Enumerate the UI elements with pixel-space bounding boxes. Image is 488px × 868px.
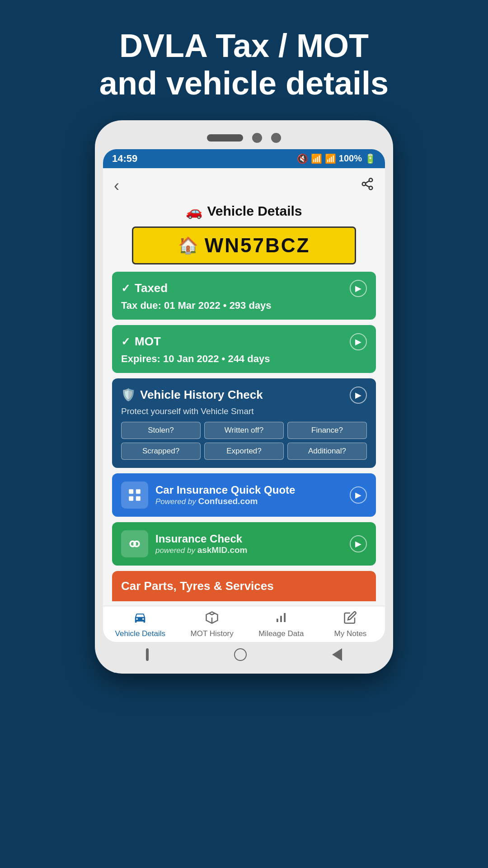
history-badge[interactable]: Scrapped?	[121, 443, 201, 460]
nav-icon-my-notes	[343, 611, 357, 627]
nav-label-my-notes: My Notes	[334, 629, 367, 638]
mot-subtitle: Expires: 10 Jan 2022 • 244 days	[121, 353, 367, 365]
history-subtitle: Protect yourself with Vehicle Smart	[121, 406, 367, 416]
gesture-back	[332, 648, 342, 661]
status-time: 14:59	[112, 153, 137, 165]
svg-rect-5	[129, 489, 133, 494]
insurance-quote-powered: Powered by Confused.com	[155, 496, 343, 506]
status-right: 🔇 📶 📶 100% 🔋	[297, 153, 376, 164]
battery-text: 100%	[339, 153, 362, 164]
insurance-check-card[interactable]: Insurance Check powered by askMID.com ▶	[112, 522, 376, 566]
svg-rect-13	[280, 616, 282, 622]
insurance-quote-card[interactable]: Car Insurance Quick Quote Powered by Con…	[112, 473, 376, 517]
nav-label-mileage-data: Mileage Data	[258, 629, 304, 638]
page-title: 🚗 Vehicle Details	[112, 203, 376, 219]
svg-line-3	[366, 185, 370, 187]
nav-label-mot-history: MOT History	[191, 629, 234, 638]
insurance-check-arrow: ▶	[350, 535, 367, 552]
phone-camera-2	[271, 133, 281, 143]
bottom-nav: Vehicle DetailsMOT HistoryMileage DataMy…	[103, 606, 385, 642]
insurance-quote-icon-box	[121, 481, 148, 509]
nav-item-mileage-data[interactable]: Mileage Data	[258, 611, 304, 638]
mot-check-icon: ✓	[121, 335, 130, 348]
nav-item-mot-history[interactable]: MOT History	[189, 611, 235, 638]
mute-icon: 🔇	[297, 153, 308, 164]
history-title: Vehicle History Check	[140, 388, 263, 402]
tax-arrow: ▶	[350, 280, 367, 297]
page-title-text: Vehicle Details	[207, 203, 302, 219]
garage-icon: 🏠	[178, 236, 198, 255]
nav-icon-vehicle-details	[133, 611, 147, 627]
tax-title: Taxed	[135, 281, 168, 295]
insurance-quote-title: Car Insurance Quick Quote	[155, 484, 343, 496]
insurance-check-title: Insurance Check	[155, 533, 343, 545]
insurance-check-text: Insurance Check powered by askMID.com	[155, 533, 343, 555]
history-badge[interactable]: Stolen?	[121, 422, 201, 439]
mot-title: MOT	[135, 335, 161, 349]
svg-rect-8	[136, 496, 141, 500]
phone-camera-1	[252, 133, 262, 143]
nav-label-vehicle-details: Vehicle Details	[115, 629, 166, 638]
tax-subtitle: Tax due: 01 Mar 2022 • 293 days	[121, 300, 367, 311]
signal-icon: 📶	[325, 153, 336, 164]
history-badge[interactable]: Written off?	[204, 422, 284, 439]
status-bar: 14:59 🔇 📶 📶 100% 🔋	[103, 149, 385, 168]
mot-card[interactable]: ✓ MOT ▶ Expires: 10 Jan 2022 • 244 days	[112, 325, 376, 373]
plate-text: WN57BCZ	[205, 234, 310, 257]
insurance-quote-arrow: ▶	[350, 486, 367, 504]
history-badge[interactable]: Finance?	[287, 422, 367, 439]
tax-check-icon: ✓	[121, 282, 130, 295]
svg-rect-12	[277, 618, 278, 622]
back-button[interactable]: ‹	[114, 176, 119, 195]
hero-title: DVLA Tax / MOTand vehicle details	[63, 0, 425, 120]
wifi-icon: 📶	[311, 153, 322, 164]
car-icon: 🚗	[186, 203, 202, 219]
phone-bottom-bar	[103, 642, 385, 665]
svg-rect-14	[284, 613, 286, 622]
svg-rect-6	[136, 489, 141, 494]
share-button[interactable]	[361, 177, 374, 194]
mot-arrow: ▶	[350, 333, 367, 350]
phone-top-bar	[103, 128, 385, 149]
phone-shell: 14:59 🔇 📶 📶 100% 🔋 ‹	[95, 120, 393, 674]
insurance-check-powered: powered by askMID.com	[155, 545, 343, 555]
svg-rect-7	[129, 496, 133, 500]
history-arrow: ▶	[350, 387, 367, 404]
phone-speaker	[207, 134, 243, 142]
nav-icon-mot-history	[205, 611, 219, 627]
tax-card[interactable]: ✓ Taxed ▶ Tax due: 01 Mar 2022 • 293 day…	[112, 272, 376, 320]
history-check-card[interactable]: 🛡️ Vehicle History Check ▶ Protect yours…	[112, 378, 376, 468]
parts-card[interactable]: Car Parts, Tyres & Services	[112, 571, 376, 601]
nav-item-vehicle-details[interactable]: Vehicle Details	[115, 611, 166, 638]
parts-title: Car Parts, Tyres & Services	[121, 579, 274, 593]
svg-point-10	[134, 541, 139, 546]
svg-line-4	[366, 181, 370, 183]
battery-icon: 🔋	[365, 153, 376, 164]
insurance-quote-text: Car Insurance Quick Quote Powered by Con…	[155, 484, 343, 506]
history-badge[interactable]: Exported?	[204, 443, 284, 460]
app-header: ‹	[103, 168, 385, 203]
insurance-check-icon-box	[121, 530, 148, 557]
nav-item-my-notes[interactable]: My Notes	[328, 611, 373, 638]
gesture-circle	[234, 648, 247, 661]
phone-screen: 14:59 🔇 📶 📶 100% 🔋 ‹	[103, 149, 385, 642]
history-badge[interactable]: Additional?	[287, 443, 367, 460]
number-plate: 🏠 WN57BCZ	[132, 226, 356, 264]
nav-icon-mileage-data	[274, 611, 288, 627]
shield-icon: 🛡️	[121, 388, 136, 402]
gesture-lines	[146, 648, 149, 661]
content-area: 🚗 Vehicle Details 🏠 WN57BCZ ✓ Taxed ▶ Ta…	[103, 203, 385, 606]
badge-grid: Stolen?Written off?Finance?Scrapped?Expo…	[121, 422, 367, 460]
